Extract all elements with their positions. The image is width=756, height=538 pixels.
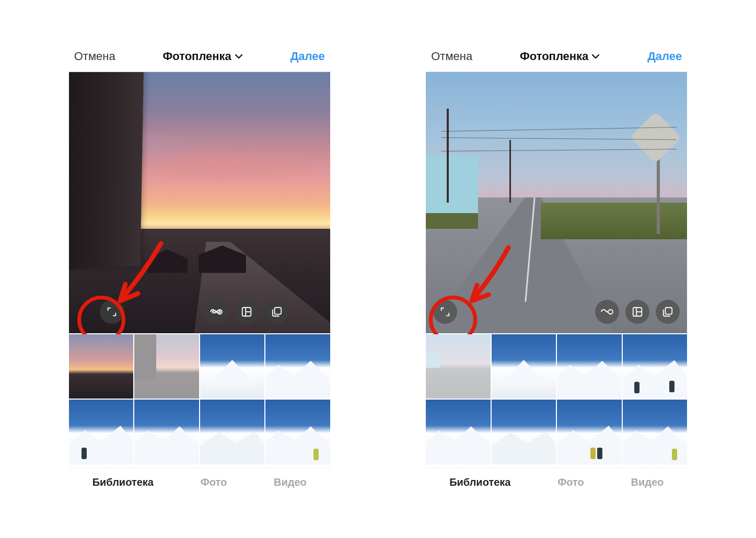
navbar: Отмена Фотопленка Далее — [426, 42, 687, 72]
next-button[interactable]: Далее — [290, 50, 325, 63]
infinity-icon — [210, 305, 223, 319]
thumbnail[interactable] — [200, 334, 265, 399]
cancel-button[interactable]: Отмена — [74, 50, 115, 63]
layout-icon — [632, 306, 643, 318]
layout-button[interactable] — [235, 300, 259, 324]
svg-rect-3 — [666, 307, 672, 314]
chevron-down-icon — [235, 52, 243, 61]
thumbnail-grid — [69, 334, 330, 464]
preview-image — [69, 72, 330, 333]
tab-video[interactable]: Видео — [631, 476, 664, 488]
thumbnail[interactable] — [557, 400, 622, 464]
boomerang-button[interactable] — [595, 300, 619, 324]
album-picker[interactable]: Фотопленка — [163, 50, 243, 63]
thumbnail[interactable] — [69, 334, 134, 399]
multi-select-icon — [271, 306, 283, 318]
layout-button[interactable] — [625, 300, 649, 324]
preview-image — [426, 72, 687, 333]
navbar: Отмена Фотопленка Далее — [69, 42, 330, 72]
expand-crop-button[interactable] — [100, 300, 124, 324]
thumbnail[interactable] — [134, 400, 199, 464]
screenshot-left: Отмена Фотопленка Далее — [69, 42, 330, 497]
thumbnail[interactable] — [623, 334, 688, 399]
thumbnail[interactable] — [134, 334, 199, 399]
expand-crop-icon — [439, 306, 451, 318]
tab-library[interactable]: Библиотека — [449, 476, 510, 488]
bottom-tabbar: Библиотека Фото Видео — [69, 467, 330, 497]
thumbnail[interactable] — [492, 400, 556, 464]
thumbnail[interactable] — [492, 334, 556, 399]
cancel-button[interactable]: Отмена — [431, 50, 472, 63]
tab-photo[interactable]: Фото — [557, 476, 584, 488]
thumbnail[interactable] — [69, 400, 134, 464]
multi-select-button[interactable] — [265, 300, 289, 324]
album-picker[interactable]: Фотопленка — [520, 50, 600, 63]
thumbnail[interactable] — [265, 334, 330, 399]
thumbnail[interactable] — [265, 400, 330, 464]
expand-crop-icon — [106, 306, 118, 318]
svg-rect-1 — [274, 307, 281, 314]
tab-video[interactable]: Видео — [274, 476, 307, 488]
multi-select-icon — [662, 306, 673, 318]
album-title: Фотопленка — [163, 50, 231, 63]
infinity-icon — [600, 305, 614, 319]
tab-library[interactable]: Библиотека — [92, 476, 154, 488]
next-button[interactable]: Далее — [647, 50, 682, 63]
photo-preview[interactable] — [69, 72, 330, 333]
tab-photo[interactable]: Фото — [201, 476, 227, 488]
thumbnail[interactable] — [200, 400, 265, 464]
multi-select-button[interactable] — [656, 300, 680, 324]
boomerang-button[interactable] — [204, 300, 228, 324]
photo-preview[interactable] — [426, 72, 687, 333]
layout-icon — [241, 306, 252, 318]
bottom-tabbar: Библиотека Фото Видео — [426, 467, 687, 497]
thumbnail[interactable] — [426, 400, 491, 464]
thumbnail[interactable] — [623, 400, 688, 464]
screenshot-right: Отмена Фотопленка Далее — [426, 42, 687, 497]
chevron-down-icon — [591, 52, 600, 61]
thumbnail-grid — [426, 334, 687, 464]
thumbnail[interactable] — [557, 334, 622, 399]
thumbnail[interactable] — [426, 334, 491, 399]
album-title: Фотопленка — [520, 50, 588, 63]
expand-crop-button[interactable] — [433, 300, 457, 324]
